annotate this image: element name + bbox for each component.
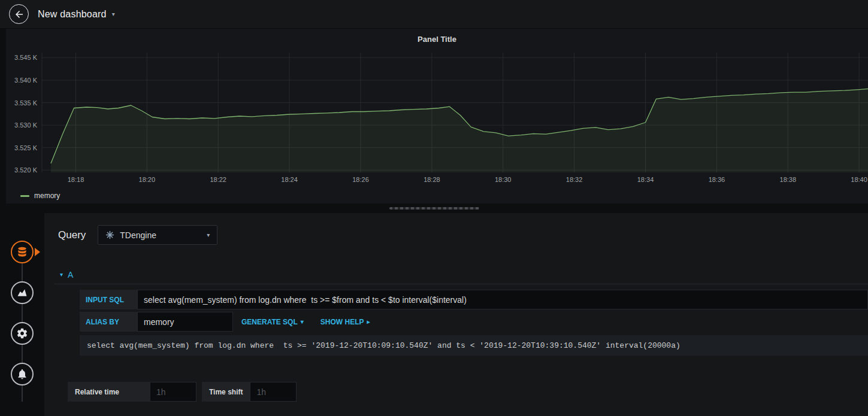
- datasource-name: TDengine: [120, 230, 201, 240]
- collapse-caret-icon: ▾: [60, 272, 63, 278]
- query-block-a: ▾ A INPUT SQL ALIAS BY GENERATE SQL ▾: [54, 270, 868, 356]
- svg-text:18:26: 18:26: [352, 176, 369, 183]
- time-shift-field[interactable]: [250, 382, 297, 402]
- query-header: Query TDengine ▾: [44, 225, 868, 245]
- tab-queries[interactable]: [11, 241, 34, 263]
- input-sql-row: INPUT SQL: [80, 290, 868, 309]
- tdengine-logo-icon: [105, 230, 114, 239]
- top-bar: New dashboard ▾: [0, 0, 868, 29]
- chevron-down-icon: ▾: [112, 11, 115, 17]
- svg-text:18:22: 18:22: [210, 176, 226, 183]
- svg-text:3.535 K: 3.535 K: [14, 99, 38, 107]
- svg-text:3.540 K: 3.540 K: [14, 77, 38, 84]
- query-form: INPUT SQL ALIAS BY GENERATE SQL ▾ SHOW H…: [80, 290, 868, 356]
- chevron-down-icon: ▾: [207, 232, 210, 238]
- time-shift-label: Time shift: [202, 382, 250, 402]
- generated-sql-preview: select avg(mem_system) from log.dn where…: [80, 335, 868, 356]
- time-options-row: Relative time Time shift: [68, 382, 868, 402]
- query-ref-id: A: [68, 270, 73, 280]
- svg-text:18:40: 18:40: [851, 176, 867, 183]
- svg-text:18:38: 18:38: [780, 176, 797, 183]
- chevron-right-icon: ▸: [367, 319, 370, 325]
- alias-by-label: ALIAS BY: [80, 312, 137, 332]
- svg-text:18:24: 18:24: [281, 176, 298, 183]
- alias-by-field[interactable]: [137, 312, 233, 332]
- tab-alert[interactable]: [11, 363, 34, 385]
- svg-text:18:18: 18:18: [68, 176, 84, 183]
- dashboard-title: New dashboard: [38, 9, 107, 20]
- svg-text:18:20: 18:20: [139, 176, 156, 183]
- chart-panel: Panel Title 3.545 K3.540 K3.535 K3.530 K…: [6, 29, 868, 204]
- svg-text:18:34: 18:34: [637, 176, 654, 183]
- tab-visualization[interactable]: [11, 281, 34, 304]
- generate-sql-button[interactable]: GENERATE SQL ▾: [233, 312, 312, 332]
- show-help-button[interactable]: SHOW HELP ▸: [312, 312, 379, 332]
- svg-text:18:30: 18:30: [495, 176, 512, 183]
- svg-text:18:32: 18:32: [566, 176, 583, 183]
- gear-icon: [16, 327, 28, 339]
- chart-icon: [16, 287, 28, 299]
- editor-tab-strip: [0, 213, 44, 416]
- alias-by-row: ALIAS BY GENERATE SQL ▾ SHOW HELP ▸: [80, 312, 868, 332]
- horizontal-scrollbar[interactable]: [389, 207, 479, 209]
- svg-text:3.520 K: 3.520 K: [14, 166, 38, 174]
- query-section-title: Query: [58, 229, 86, 241]
- time-series-chart[interactable]: 3.545 K3.540 K3.535 K3.530 K3.525 K3.520…: [6, 49, 868, 188]
- query-row-header[interactable]: ▾ A: [54, 270, 868, 284]
- arrow-left-icon: [14, 9, 25, 20]
- back-button[interactable]: [9, 4, 29, 24]
- tab-general[interactable]: [11, 322, 34, 345]
- legend-label-memory[interactable]: memory: [34, 192, 60, 200]
- active-tab-arrow-icon: [35, 248, 40, 256]
- input-sql-field[interactable]: [137, 290, 868, 309]
- bell-icon: [16, 368, 28, 380]
- chart-legend: memory: [6, 188, 868, 204]
- panel-title[interactable]: Panel Title: [6, 29, 868, 49]
- svg-text:3.545 K: 3.545 K: [14, 54, 38, 61]
- database-icon: [16, 246, 28, 258]
- generate-sql-label: GENERATE SQL: [241, 318, 298, 326]
- query-editor: Query TDengine ▾ ▾ A: [44, 213, 868, 416]
- svg-text:18:28: 18:28: [424, 176, 440, 183]
- input-sql-label: INPUT SQL: [80, 290, 137, 309]
- dashboard-title-dropdown[interactable]: New dashboard ▾: [38, 9, 115, 20]
- panel-editor: Query TDengine ▾ ▾ A: [0, 213, 868, 416]
- datasource-picker[interactable]: TDengine ▾: [98, 225, 217, 245]
- svg-text:18:36: 18:36: [709, 176, 725, 183]
- relative-time-field[interactable]: [150, 382, 196, 402]
- legend-color-memory: [20, 195, 29, 197]
- relative-time-label: Relative time: [68, 382, 150, 402]
- chevron-down-icon: ▾: [301, 319, 304, 325]
- svg-text:3.530 K: 3.530 K: [14, 122, 38, 129]
- svg-text:3.525 K: 3.525 K: [14, 144, 38, 151]
- show-help-label: SHOW HELP: [320, 318, 364, 326]
- scroll-area: [0, 204, 868, 213]
